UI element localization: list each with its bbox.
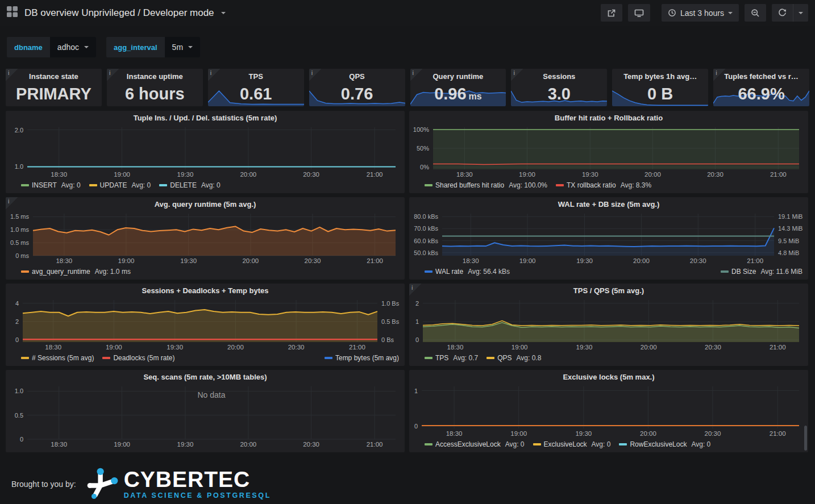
legend-item[interactable]: ExclusiveLockAvg: 0: [533, 439, 611, 449]
variable-value[interactable]: adhoc: [50, 37, 96, 57]
svg-text:21:00: 21:00: [367, 171, 383, 178]
svg-text:No data: No data: [197, 390, 225, 399]
chart-panel-title[interactable]: Avg. query runtime (5m avg.): [6, 197, 405, 211]
legend-item[interactable]: Deadlocks (5m rate): [102, 352, 174, 363]
stat-panel-title[interactable]: Query runtime: [410, 72, 506, 81]
svg-text:18:30: 18:30: [51, 441, 67, 448]
legend-item[interactable]: QPSAvg: 0.8: [486, 352, 541, 363]
variable-dropdown[interactable]: agg_interval 5m: [106, 37, 200, 57]
legend-avg-value: Avg: 0: [642, 451, 661, 453]
stat-panel: i Instance uptime 6 hours: [107, 69, 203, 106]
dashboard-title-button[interactable]: DB overview Unprivileged / Developer mod…: [7, 6, 226, 19]
legend-item[interactable]: Temp bytes (5m avg): [325, 352, 399, 363]
chart-panel-title[interactable]: Seq. scans (5m rate, >10MB tables): [6, 370, 405, 384]
legend-label: QPS: [497, 354, 512, 362]
svg-text:19.1 MiB: 19.1 MiB: [778, 213, 802, 220]
svg-text:19:00: 19:00: [118, 257, 135, 264]
legend-item[interactable]: TPSAvg: 0.7: [425, 352, 478, 363]
info-icon[interactable]: i: [713, 69, 725, 81]
svg-text:20:30: 20:30: [690, 257, 706, 264]
legend-avg-value: Avg: 0.7: [453, 354, 478, 362]
tv-kiosk-button[interactable]: [628, 4, 650, 22]
time-range-caret-icon: [728, 12, 733, 14]
monitor-icon: [634, 9, 644, 18]
info-icon[interactable]: i: [6, 69, 18, 81]
svg-text:1: 1: [414, 388, 418, 394]
chart-panel-title[interactable]: Buffer hit ratio + Rollback ratio: [409, 111, 808, 124]
svg-text:20:30: 20:30: [705, 344, 721, 351]
legend-item[interactable]: DELETEAvg: 0: [159, 180, 221, 190]
variable-current-value: adhoc: [57, 43, 79, 52]
legend-swatch-icon: [425, 443, 433, 445]
legend-item[interactable]: Shared buffers hit ratioAvg: 100.0%: [425, 180, 547, 190]
variable-dropdown[interactable]: dbname adhoc: [7, 37, 96, 57]
info-icon[interactable]: i: [309, 69, 321, 81]
chart-panel-title[interactable]: Exclusive locks (5m max.): [409, 370, 808, 384]
legend-item[interactable]: TX rollback ratioAvg: 8.3%: [556, 180, 651, 190]
svg-text:1.0 Bs: 1.0 Bs: [381, 300, 400, 307]
refresh-icon: [778, 9, 787, 17]
stat-panel-title[interactable]: Temp bytes 1h avg…: [612, 72, 708, 81]
panel-scrollbar[interactable]: [804, 426, 807, 451]
svg-text:20:00: 20:00: [641, 344, 657, 351]
legend-item[interactable]: INSERTAvg: 0: [21, 180, 81, 190]
svg-text:20:30: 20:30: [288, 344, 305, 351]
svg-text:1.0: 1.0: [15, 163, 23, 170]
svg-text:21:00: 21:00: [349, 344, 365, 351]
svg-text:21:00: 21:00: [770, 344, 786, 351]
stat-value: 3.0: [511, 81, 607, 106]
stat-panel-title[interactable]: TPS: [208, 72, 304, 81]
chart-panel-title[interactable]: Sessions + Deadlocks + Temp bytes: [6, 284, 405, 297]
info-icon[interactable]: i: [410, 69, 422, 81]
cybertec-logo-icon: [86, 467, 118, 501]
stat-panel-title[interactable]: Sessions: [511, 72, 607, 81]
variable-caret-icon: [188, 46, 193, 48]
chart-legend: # Sessions (5m avg)Deadlocks (5m rate)Te…: [6, 352, 405, 366]
info-icon[interactable]: i: [409, 284, 421, 295]
chart-canvas: 18:3019:0019:3020:0020:3021:0050.0 kBs60…: [409, 211, 808, 265]
share-button[interactable]: [601, 4, 622, 22]
refresh-interval-button[interactable]: [793, 4, 808, 22]
svg-text:14.3 MiB: 14.3 MiB: [778, 225, 802, 232]
stat-panel: i Query runtime 0.96ms: [410, 69, 506, 106]
info-icon[interactable]: i: [6, 197, 18, 209]
time-range-picker[interactable]: Last 3 hours: [662, 4, 739, 22]
chart-panel-title[interactable]: TPS / QPS (5m avg.): [409, 284, 808, 297]
info-icon[interactable]: i: [511, 69, 523, 81]
info-icon[interactable]: i: [208, 69, 220, 81]
stat-panel-title[interactable]: QPS: [309, 72, 405, 81]
legend-item[interactable]: avg_query_runtimeAvg: 1.0 ms: [21, 266, 131, 277]
info-icon[interactable]: i: [107, 69, 119, 81]
refresh-button[interactable]: [772, 4, 793, 22]
svg-text:0: 0: [414, 423, 418, 430]
chart-panel: Exclusive locks (5m max.) 18:3019:0019:3…: [409, 370, 808, 452]
stat-panel-title[interactable]: Tuples fetched vs r…: [713, 72, 809, 81]
legend-label: ShareUpdateExclusiveLock: [554, 451, 637, 453]
svg-text:20:00: 20:00: [240, 441, 256, 448]
legend-item[interactable]: # Sessions (5m avg): [21, 352, 94, 363]
svg-text:20:30: 20:30: [707, 171, 723, 178]
stat-panel-title[interactable]: Instance state: [6, 72, 102, 81]
legend-item[interactable]: RowExclusiveLockAvg: 0: [619, 439, 710, 449]
svg-text:21:00: 21:00: [770, 171, 787, 178]
legend-item[interactable]: ShareUpdateExclusiveLockAvg: 0: [543, 449, 661, 452]
chart-panel-title[interactable]: WAL rate + DB size (5m avg.): [409, 197, 808, 211]
chart-panel-title[interactable]: Tuple Ins. / Upd. / Del. statistics (5m …: [6, 111, 405, 124]
cybertec-logo: CYBERTEC DATA SCIENCE & POSTGRESQL: [86, 467, 271, 501]
zoom-out-button[interactable]: [745, 4, 766, 22]
chart-canvas: 18:3019:0019:3020:0020:3021:0001: [409, 384, 808, 438]
svg-text:1.0 ms: 1.0 ms: [10, 226, 30, 233]
legend-item[interactable]: UPDATEAvg: 0: [89, 180, 151, 190]
chart-panel: WAL rate + DB size (5m avg.) 18:3019:001…: [409, 197, 808, 280]
svg-text:20:00: 20:00: [242, 257, 259, 264]
legend-item[interactable]: WAL rateAvg: 56.4 kBs: [425, 266, 510, 277]
stat-panel-title[interactable]: Instance uptime: [107, 72, 203, 81]
chart-panel: Sessions + Deadlocks + Temp bytes 18:301…: [6, 284, 405, 366]
legend-item[interactable]: DB SizeAvg: 11.6 MiB: [721, 266, 802, 277]
legend-item[interactable]: ShareRowExclusiveLockAvg: 0: [425, 449, 534, 452]
variable-value[interactable]: 5m: [165, 37, 200, 57]
legend-item[interactable]: AccessExclusiveLockAvg: 0: [425, 439, 525, 449]
chart-canvas: 18:3019:0019:3020:0020:3021:000240 Bs0.5…: [6, 297, 405, 352]
legend-label: ExclusiveLock: [544, 440, 587, 448]
stat-value: 0.96ms: [410, 81, 506, 106]
